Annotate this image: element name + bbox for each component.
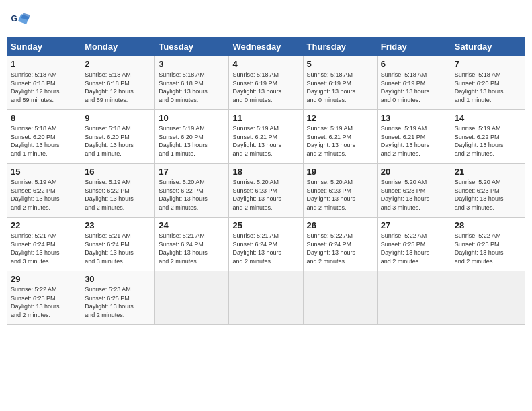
day-info: Sunrise: 5:22 AMSunset: 6:25 PMDaylight:… <box>11 285 77 319</box>
day-number: 14 <box>455 113 521 123</box>
day-info: Sunrise: 5:21 AMSunset: 6:24 PMDaylight:… <box>11 232 77 265</box>
calendar-cell <box>451 271 525 325</box>
day-info: Sunrise: 5:20 AMSunset: 6:23 PMDaylight:… <box>307 178 373 212</box>
page-header: G <box>7 7 525 30</box>
calendar-table: SundayMondayTuesdayWednesdayThursdayFrid… <box>7 37 525 325</box>
day-number: 10 <box>159 113 225 123</box>
calendar-cell <box>155 271 229 325</box>
day-number: 9 <box>85 113 151 123</box>
day-number: 13 <box>381 113 447 123</box>
svg-text:G: G <box>11 14 17 24</box>
day-number: 8 <box>11 113 77 123</box>
calendar-cell: 22Sunrise: 5:21 AMSunset: 6:24 PMDayligh… <box>7 218 81 271</box>
day-number: 22 <box>11 220 77 230</box>
calendar-cell: 14Sunrise: 5:19 AMSunset: 6:22 PMDayligh… <box>451 110 525 164</box>
calendar-cell: 2Sunrise: 5:18 AMSunset: 6:18 PMDaylight… <box>81 56 155 110</box>
day-info: Sunrise: 5:23 AMSunset: 6:25 PMDaylight:… <box>85 285 151 319</box>
calendar-cell: 8Sunrise: 5:18 AMSunset: 6:20 PMDaylight… <box>7 110 81 164</box>
day-number: 2 <box>85 59 151 69</box>
day-number: 23 <box>85 220 151 230</box>
day-info: Sunrise: 5:19 AMSunset: 6:20 PMDaylight:… <box>159 124 225 158</box>
calendar-cell: 6Sunrise: 5:18 AMSunset: 6:19 PMDaylight… <box>377 56 451 110</box>
day-number: 20 <box>381 167 447 177</box>
calendar-cell: 20Sunrise: 5:20 AMSunset: 6:23 PMDayligh… <box>377 164 451 218</box>
weekday-header-saturday: Saturday <box>451 38 525 56</box>
weekday-header-wednesday: Wednesday <box>229 38 303 56</box>
day-info: Sunrise: 5:20 AMSunset: 6:22 PMDaylight:… <box>159 178 225 212</box>
day-number: 21 <box>455 167 521 177</box>
logo-icon: G <box>10 10 30 30</box>
day-info: Sunrise: 5:18 AMSunset: 6:20 PMDaylight:… <box>11 124 77 158</box>
calendar-cell: 10Sunrise: 5:19 AMSunset: 6:20 PMDayligh… <box>155 110 229 164</box>
day-number: 27 <box>381 220 447 230</box>
calendar-cell: 21Sunrise: 5:20 AMSunset: 6:23 PMDayligh… <box>451 164 525 218</box>
calendar-cell: 3Sunrise: 5:18 AMSunset: 6:18 PMDaylight… <box>155 56 229 110</box>
day-number: 30 <box>85 274 151 284</box>
calendar-cell <box>303 271 377 325</box>
calendar-cell: 28Sunrise: 5:22 AMSunset: 6:25 PMDayligh… <box>451 218 525 271</box>
day-number: 18 <box>232 167 299 177</box>
day-number: 25 <box>232 220 299 230</box>
calendar-week-row: 22Sunrise: 5:21 AMSunset: 6:24 PMDayligh… <box>7 218 525 271</box>
day-info: Sunrise: 5:20 AMSunset: 6:23 PMDaylight:… <box>455 178 521 212</box>
calendar-cell: 26Sunrise: 5:22 AMSunset: 6:24 PMDayligh… <box>303 218 377 271</box>
calendar-cell: 17Sunrise: 5:20 AMSunset: 6:22 PMDayligh… <box>155 164 229 218</box>
day-info: Sunrise: 5:18 AMSunset: 6:19 PMDaylight:… <box>307 71 373 104</box>
day-info: Sunrise: 5:19 AMSunset: 6:22 PMDaylight:… <box>11 178 77 212</box>
calendar-cell: 13Sunrise: 5:19 AMSunset: 6:21 PMDayligh… <box>377 110 451 164</box>
calendar-week-row: 29Sunrise: 5:22 AMSunset: 6:25 PMDayligh… <box>7 271 525 325</box>
day-number: 4 <box>232 59 299 69</box>
calendar-cell <box>229 271 303 325</box>
day-info: Sunrise: 5:18 AMSunset: 6:20 PMDaylight:… <box>455 71 521 104</box>
day-number: 12 <box>307 113 373 123</box>
calendar-cell: 18Sunrise: 5:20 AMSunset: 6:23 PMDayligh… <box>229 164 303 218</box>
day-info: Sunrise: 5:19 AMSunset: 6:22 PMDaylight:… <box>455 124 521 158</box>
weekday-header-thursday: Thursday <box>303 38 377 56</box>
day-number: 24 <box>159 220 225 230</box>
day-info: Sunrise: 5:18 AMSunset: 6:20 PMDaylight:… <box>85 124 151 158</box>
weekday-header-row: SundayMondayTuesdayWednesdayThursdayFrid… <box>7 38 525 56</box>
calendar-cell: 4Sunrise: 5:18 AMSunset: 6:19 PMDaylight… <box>229 56 303 110</box>
day-info: Sunrise: 5:22 AMSunset: 6:25 PMDaylight:… <box>455 232 521 265</box>
day-info: Sunrise: 5:19 AMSunset: 6:21 PMDaylight:… <box>232 124 299 158</box>
day-info: Sunrise: 5:20 AMSunset: 6:23 PMDaylight:… <box>381 178 447 212</box>
day-number: 17 <box>159 167 225 177</box>
day-number: 29 <box>11 274 77 284</box>
day-info: Sunrise: 5:18 AMSunset: 6:19 PMDaylight:… <box>381 71 447 104</box>
day-number: 28 <box>455 220 521 230</box>
calendar-cell: 23Sunrise: 5:21 AMSunset: 6:24 PMDayligh… <box>81 218 155 271</box>
day-info: Sunrise: 5:22 AMSunset: 6:24 PMDaylight:… <box>307 232 373 265</box>
day-number: 3 <box>159 59 225 69</box>
calendar-cell: 11Sunrise: 5:19 AMSunset: 6:21 PMDayligh… <box>229 110 303 164</box>
day-info: Sunrise: 5:21 AMSunset: 6:24 PMDaylight:… <box>85 232 151 265</box>
calendar-cell: 7Sunrise: 5:18 AMSunset: 6:20 PMDaylight… <box>451 56 525 110</box>
calendar-cell: 9Sunrise: 5:18 AMSunset: 6:20 PMDaylight… <box>81 110 155 164</box>
weekday-header-tuesday: Tuesday <box>155 38 229 56</box>
calendar-week-row: 15Sunrise: 5:19 AMSunset: 6:22 PMDayligh… <box>7 164 525 218</box>
logo: G <box>10 10 32 30</box>
day-info: Sunrise: 5:18 AMSunset: 6:18 PMDaylight:… <box>11 71 77 104</box>
day-number: 16 <box>85 167 151 177</box>
weekday-header-friday: Friday <box>377 38 451 56</box>
day-info: Sunrise: 5:21 AMSunset: 6:24 PMDaylight:… <box>159 232 225 265</box>
day-info: Sunrise: 5:18 AMSunset: 6:18 PMDaylight:… <box>159 71 225 104</box>
calendar-cell: 15Sunrise: 5:19 AMSunset: 6:22 PMDayligh… <box>7 164 81 218</box>
calendar-cell: 16Sunrise: 5:19 AMSunset: 6:22 PMDayligh… <box>81 164 155 218</box>
weekday-header-monday: Monday <box>81 38 155 56</box>
calendar-cell: 19Sunrise: 5:20 AMSunset: 6:23 PMDayligh… <box>303 164 377 218</box>
day-number: 15 <box>11 167 77 177</box>
day-number: 19 <box>307 167 373 177</box>
day-info: Sunrise: 5:19 AMSunset: 6:21 PMDaylight:… <box>381 124 447 158</box>
calendar-cell: 12Sunrise: 5:19 AMSunset: 6:21 PMDayligh… <box>303 110 377 164</box>
day-info: Sunrise: 5:18 AMSunset: 6:19 PMDaylight:… <box>232 71 299 104</box>
calendar-cell: 25Sunrise: 5:21 AMSunset: 6:24 PMDayligh… <box>229 218 303 271</box>
day-number: 5 <box>307 59 373 69</box>
day-number: 1 <box>11 59 77 69</box>
day-info: Sunrise: 5:20 AMSunset: 6:23 PMDaylight:… <box>232 178 299 212</box>
calendar-cell: 30Sunrise: 5:23 AMSunset: 6:25 PMDayligh… <box>81 271 155 325</box>
day-info: Sunrise: 5:22 AMSunset: 6:25 PMDaylight:… <box>381 232 447 265</box>
day-number: 11 <box>232 113 299 123</box>
calendar-cell: 29Sunrise: 5:22 AMSunset: 6:25 PMDayligh… <box>7 271 81 325</box>
weekday-header-sunday: Sunday <box>7 38 81 56</box>
day-number: 26 <box>307 220 373 230</box>
